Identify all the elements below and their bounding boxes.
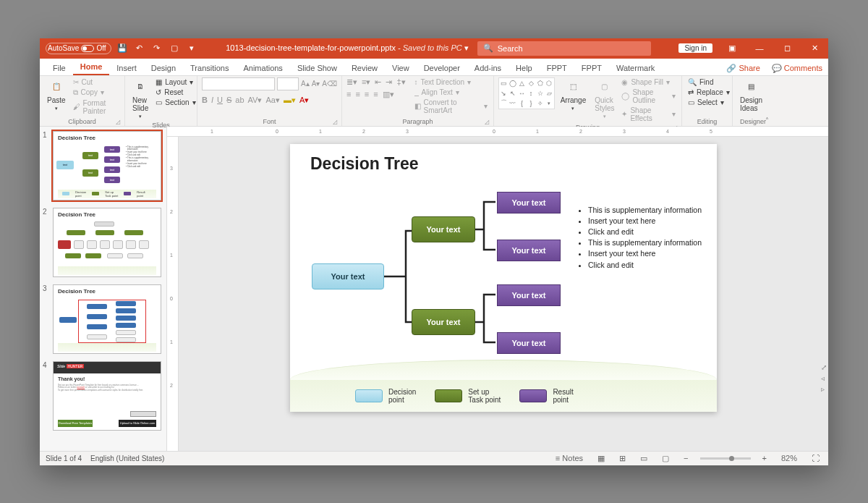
bullets-placeholder[interactable]: This is supplementary information Insert… <box>578 205 705 271</box>
tab-developer[interactable]: Developer <box>417 61 467 75</box>
comments-button[interactable]: 💬 Comments <box>766 62 828 75</box>
slide-thumbnails-panel[interactable]: 1 Decision Tree text text text text text… <box>40 127 167 451</box>
bullets-icon[interactable]: ≣▾ <box>346 77 357 87</box>
justify-icon[interactable]: ≡ <box>373 90 378 98</box>
text-direction-button[interactable]: ↕Text Direction ▾ <box>413 77 489 87</box>
case-button[interactable]: Aa▾ <box>265 96 279 105</box>
qat-more-icon[interactable]: ▾ <box>185 42 198 55</box>
cut-button[interactable]: ✂Cut <box>72 77 120 87</box>
decrease-font-icon[interactable]: A▾ <box>312 80 320 88</box>
indent-increase-icon[interactable]: ⇥ <box>386 77 392 87</box>
share-button[interactable]: 🔗 Share <box>720 62 765 75</box>
reset-button[interactable]: ↺Reset <box>154 88 197 97</box>
sorter-view-icon[interactable]: ⊞ <box>616 454 629 463</box>
slideshow-start-icon[interactable]: ▢ <box>168 42 181 55</box>
dialog-launcher-icon[interactable]: ◿ <box>116 119 120 125</box>
shadow-button[interactable]: ab <box>235 96 244 104</box>
tree-mid-node-2[interactable]: Your text <box>412 309 475 335</box>
align-text-button[interactable]: ⎯Align Text ▾ <box>413 88 489 97</box>
align-center-icon[interactable]: ≡ <box>355 90 359 98</box>
tab-design[interactable]: Design <box>144 61 183 75</box>
highlight-button[interactable]: ▬▾ <box>284 96 296 105</box>
underline-button[interactable]: U <box>217 96 223 104</box>
design-ideas-button[interactable]: ▤ Design Ideas <box>737 77 765 114</box>
find-button[interactable]: 🔍Find <box>686 77 731 87</box>
slide-thumbnail-3[interactable]: Decision Tree <box>53 284 161 354</box>
arrange-button[interactable]: ⬚Arrange▾ <box>558 77 590 113</box>
shape-fill-button[interactable]: ◉Shape Fill ▾ <box>620 77 677 87</box>
tab-view[interactable]: View <box>385 61 417 75</box>
tab-review[interactable]: Review <box>344 61 385 75</box>
bold-button[interactable]: B <box>202 96 208 104</box>
save-icon[interactable]: 💾 <box>116 42 129 55</box>
zoom-in-icon[interactable]: + <box>760 454 770 462</box>
redo-icon[interactable]: ↷ <box>150 42 163 55</box>
tab-animations[interactable]: Animations <box>236 61 289 75</box>
indent-decrease-icon[interactable]: ⇤ <box>375 77 381 87</box>
dialog-launcher-icon[interactable]: ◿ <box>333 119 337 125</box>
tab-insert[interactable]: Insert <box>109 61 144 75</box>
tab-fppt2[interactable]: FPPT <box>574 61 609 75</box>
slideshow-view-icon[interactable]: ▢ <box>659 454 672 463</box>
zoom-prev-icon[interactable]: ◃ <box>821 374 827 382</box>
slide-counter[interactable]: Slide 1 of 4 <box>46 455 82 462</box>
italic-button[interactable]: I <box>211 96 213 104</box>
dialog-launcher-icon[interactable]: ◿ <box>485 119 489 125</box>
replace-button[interactable]: ⇄Replace ▾ <box>686 88 731 97</box>
zoom-fit-icon[interactable]: ⤢ <box>821 363 827 371</box>
minimize-icon[interactable]: — <box>746 38 773 59</box>
slide-canvas[interactable]: Decision Tree Your text Your text Your <box>290 144 717 412</box>
zoom-next-icon[interactable]: ▹ <box>821 385 827 393</box>
tab-slideshow[interactable]: Slide Show <box>290 61 344 75</box>
filename[interactable]: 1013-decision-tree-template-for-powerpoi… <box>226 43 469 53</box>
font-family-select[interactable] <box>202 77 275 90</box>
slide-thumbnail-1[interactable]: Decision Tree text text text text text t… <box>53 131 161 200</box>
tab-fppt1[interactable]: FPPT <box>540 61 574 75</box>
tree-root-node[interactable]: Your text <box>312 263 384 289</box>
maximize-icon[interactable]: ◻ <box>773 38 801 59</box>
tree-leaf-node-1[interactable]: Your text <box>497 192 561 214</box>
align-right-icon[interactable]: ≡ <box>365 90 369 98</box>
select-button[interactable]: ▭Select ▾ <box>686 98 731 107</box>
quick-styles-button[interactable]: ▢Quick Styles▾ <box>592 77 617 121</box>
close-icon[interactable]: ✕ <box>801 38 828 59</box>
paste-button[interactable]: 📋 Paste▾ <box>44 77 69 113</box>
tree-leaf-node-3[interactable]: Your text <box>497 284 561 306</box>
shape-outline-button[interactable]: ◯Shape Outline ▾ <box>620 88 677 105</box>
slide-thumbnail-2[interactable]: Decision Tree <box>53 208 161 277</box>
layout-button[interactable]: ▦Layout ▾ <box>154 77 197 87</box>
section-button[interactable]: ▭Section ▾ <box>154 98 197 107</box>
shape-effects-button[interactable]: ✦Shape Effects ▾ <box>620 106 677 123</box>
spacing-button[interactable]: AV▾ <box>248 96 263 105</box>
notes-button[interactable]: ≡ Notes <box>553 454 586 462</box>
tab-transitions[interactable]: Transitions <box>183 61 236 75</box>
copy-button[interactable]: ⧉Copy ▾ <box>72 88 120 98</box>
align-left-icon[interactable]: ≡ <box>346 90 351 98</box>
slide-thumbnail-4[interactable]: Slide HUNTER Thank you! Get our pro this… <box>53 361 161 431</box>
tab-watermark[interactable]: Watermark <box>609 61 662 75</box>
reading-view-icon[interactable]: ▭ <box>637 454 650 463</box>
font-size-select[interactable] <box>277 77 299 90</box>
clear-formatting-icon[interactable]: A⌫ <box>322 80 337 88</box>
normal-view-icon[interactable]: ▦ <box>595 454 608 463</box>
new-slide-button[interactable]: 🗎 New Slide▾ <box>129 77 151 121</box>
autosave-toggle[interactable]: AutoSave Off <box>46 43 111 54</box>
tab-addins[interactable]: Add-ins <box>467 61 509 75</box>
slide-title[interactable]: Decision Tree <box>310 154 419 174</box>
undo-icon[interactable]: ↶ <box>133 42 146 55</box>
line-spacing-icon[interactable]: ‡▾ <box>396 77 405 87</box>
tab-file[interactable]: File <box>46 61 73 75</box>
ribbon-mode-icon[interactable]: ▣ <box>718 38 746 59</box>
search-input[interactable]: 🔍 Search <box>477 41 651 56</box>
tree-leaf-node-4[interactable]: Your text <box>497 332 561 354</box>
fit-window-icon[interactable]: ⛶ <box>809 454 822 462</box>
signin-button[interactable]: Sign in <box>678 43 712 53</box>
shapes-gallery[interactable]: ▭◯△◇⬠⬡ ↘↖↔↕☆▱ ⌒〰{}✧▾ <box>498 77 555 109</box>
tab-help[interactable]: Help <box>509 61 540 75</box>
tab-home[interactable]: Home <box>73 59 110 75</box>
language-status[interactable]: English (United States) <box>90 455 164 462</box>
collapse-ribbon-icon[interactable]: ˄ <box>765 117 769 124</box>
tree-leaf-node-2[interactable]: Your text <box>497 240 561 261</box>
zoom-slider[interactable] <box>700 457 751 460</box>
increase-font-icon[interactable]: A▴ <box>301 80 310 88</box>
